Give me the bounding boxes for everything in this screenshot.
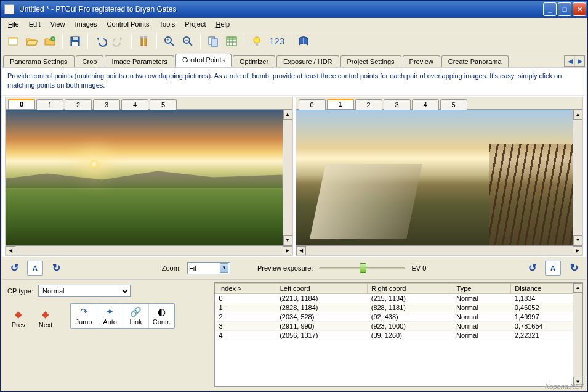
right-imgtab-4[interactable]: 4 <box>412 99 439 110</box>
tools-icon[interactable] <box>135 33 153 50</box>
down-arrow-icon[interactable]: ▼ <box>573 235 582 245</box>
table-row[interactable]: 0(2213, 1184)(215, 1134)Normal1,1834 <box>215 293 582 303</box>
right-imgtab-3[interactable]: 3 <box>384 99 411 110</box>
down-arrow-icon[interactable]: ▼ <box>283 235 292 245</box>
close-button[interactable]: ✕ <box>573 2 586 16</box>
tab-project-settings[interactable]: Project Settings <box>340 55 401 67</box>
toolbar-123[interactable]: 123 <box>267 36 287 46</box>
col-left-coord[interactable]: Left coord <box>276 283 368 293</box>
right-vscroll[interactable]: ▲▼ <box>573 110 582 245</box>
watermark: Kopona.NET <box>545 383 584 390</box>
right-rotate-cw-icon[interactable]: ↻ <box>567 261 581 275</box>
menu-help[interactable]: Help <box>211 19 235 29</box>
bulb-icon[interactable] <box>248 33 265 50</box>
undo-icon[interactable] <box>92 33 109 50</box>
copy-icon[interactable] <box>204 33 222 50</box>
tab-crop[interactable]: Crop <box>76 55 104 67</box>
open-project-icon[interactable] <box>23 33 40 50</box>
right-imgtab-1[interactable]: 1 <box>327 99 354 109</box>
tab-create-panorama[interactable]: Create Panorama <box>441 55 509 67</box>
up-arrow-icon[interactable]: ▲ <box>573 283 582 293</box>
svg-rect-24 <box>227 37 236 39</box>
tab-exposure-hdr[interactable]: Exposure / HDR <box>276 55 339 67</box>
left-rotate-ccw-icon[interactable]: ↺ <box>7 261 21 275</box>
left-hscroll[interactable]: ◀▶ <box>6 245 292 255</box>
up-arrow-icon[interactable]: ▲ <box>573 110 582 120</box>
instruction-text: Provide control points (matching points … <box>2 68 586 96</box>
cp-type-select[interactable]: Normal <box>38 285 131 297</box>
right-auto-button[interactable]: A <box>545 261 561 276</box>
minimize-button[interactable]: _ <box>543 2 557 16</box>
save-icon[interactable] <box>66 33 84 50</box>
col-type[interactable]: Type <box>453 283 511 293</box>
menu-edit[interactable]: Edit <box>24 19 46 29</box>
menu-project[interactable]: Project <box>180 19 211 29</box>
tab-control-points[interactable]: Control Points <box>175 54 232 67</box>
left-vscroll[interactable]: ▲▼ <box>283 110 292 245</box>
left-imgtab-3[interactable]: 3 <box>93 99 120 110</box>
zoom-select[interactable]: Fit ▼ <box>187 262 230 274</box>
zoom-out-icon[interactable]: − <box>179 33 196 50</box>
up-arrow-icon[interactable]: ▲ <box>283 110 292 120</box>
next-button[interactable]: ◆Next <box>34 309 57 329</box>
col-index[interactable]: Index > <box>215 283 276 293</box>
right-hscroll[interactable]: ◀▶ <box>296 245 583 255</box>
maximize-button[interactable]: □ <box>558 2 571 16</box>
table-row[interactable]: 2(2034, 528)(92, 438)Normal1,49997 <box>215 312 582 321</box>
auto-button[interactable]: ✦Auto <box>97 304 123 328</box>
menu-tools[interactable]: Tools <box>155 19 180 29</box>
tab-scroll-left-icon[interactable]: ◀ <box>565 56 574 66</box>
table-icon[interactable] <box>223 33 240 50</box>
table-row[interactable]: 4(2056, 1317)(39, 1260)Normal2,22321 <box>215 330 582 340</box>
right-image-view[interactable] <box>296 110 573 245</box>
right-imgtab-2[interactable]: 2 <box>355 99 382 110</box>
left-imgtab-5[interactable]: 5 <box>150 99 177 110</box>
left-auto-button[interactable]: A <box>27 261 43 276</box>
menu-file[interactable]: File <box>3 19 24 29</box>
new-project-icon[interactable] <box>4 33 22 50</box>
col-distance[interactable]: Distance <box>511 283 582 293</box>
left-rotate-cw-icon[interactable]: ↻ <box>49 261 63 275</box>
col-right-coord[interactable]: Right coord <box>368 283 453 293</box>
right-rotate-ccw-icon[interactable]: ↺ <box>525 261 539 275</box>
tab-scroll-right-icon[interactable]: ▶ <box>574 56 584 66</box>
right-arrow-icon[interactable]: ▶ <box>283 246 292 255</box>
svg-rect-9 <box>140 36 143 38</box>
tab-image-parameters[interactable]: Image Parameters <box>105 55 174 67</box>
redo-icon[interactable] <box>110 33 127 50</box>
tab-panorama-settings[interactable]: Panorama Settings <box>3 55 75 67</box>
tab-optimizer[interactable]: Optimizer <box>233 55 275 67</box>
help-book-icon[interactable] <box>295 33 312 50</box>
chevron-down-icon[interactable]: ▼ <box>220 263 228 273</box>
contrast-button[interactable]: ◐Contr. <box>148 304 174 328</box>
right-imgtab-5[interactable]: 5 <box>440 99 467 110</box>
left-imgtab-1[interactable]: 1 <box>36 99 63 110</box>
cell-type: Normal <box>453 303 511 312</box>
table-row[interactable]: 1(2828, 1184)(828, 1181)Normal0,46052 <box>215 303 582 312</box>
link-button[interactable]: 🔗Link <box>123 304 148 328</box>
svg-text:−: − <box>185 37 188 43</box>
tab-preview[interactable]: Preview <box>403 55 440 67</box>
menu-controlpoints[interactable]: Control Points <box>102 19 154 29</box>
right-arrow-icon[interactable]: ▶ <box>573 246 582 255</box>
jump-button[interactable]: ↷Jump <box>71 304 97 328</box>
left-imgtab-4[interactable]: 4 <box>121 99 148 110</box>
slider-thumb[interactable] <box>360 263 366 273</box>
menu-view[interactable]: View <box>46 19 70 29</box>
left-arrow-icon[interactable]: ◀ <box>6 246 15 255</box>
right-imgtab-0[interactable]: 0 <box>299 99 326 110</box>
prev-button[interactable]: ◆Prev <box>7 309 30 329</box>
left-image-view[interactable] <box>6 110 283 245</box>
add-images-icon[interactable]: + <box>41 33 58 50</box>
cell-dist: 0,781654 <box>511 321 582 330</box>
zoom-in-icon[interactable]: + <box>161 33 178 50</box>
menu-images[interactable]: Images <box>70 19 102 29</box>
cell-right: (92, 438) <box>368 312 453 321</box>
left-imgtab-0[interactable]: 0 <box>8 99 35 109</box>
left-arrow-icon[interactable]: ◀ <box>296 246 306 255</box>
table-row[interactable]: 3(2911, 990)(923, 1000)Normal0,781654 <box>215 321 582 330</box>
exposure-slider[interactable] <box>319 263 405 274</box>
table-vscroll[interactable]: ▲▼ <box>573 283 582 386</box>
cell-left: (2034, 528) <box>276 312 368 321</box>
left-imgtab-2[interactable]: 2 <box>65 99 92 110</box>
